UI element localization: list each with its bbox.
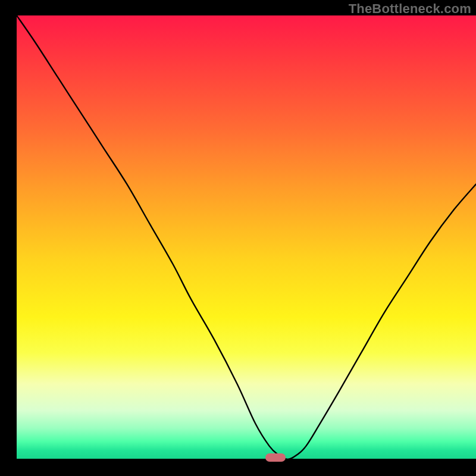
bottleneck-curve	[17, 15, 476, 459]
plot-area	[17, 15, 476, 459]
chart-container: TheBottleneck.com	[0, 0, 476, 476]
minimum-marker	[265, 453, 286, 462]
x-axis-line	[17, 459, 476, 460]
watermark-text: TheBottleneck.com	[349, 1, 471, 17]
